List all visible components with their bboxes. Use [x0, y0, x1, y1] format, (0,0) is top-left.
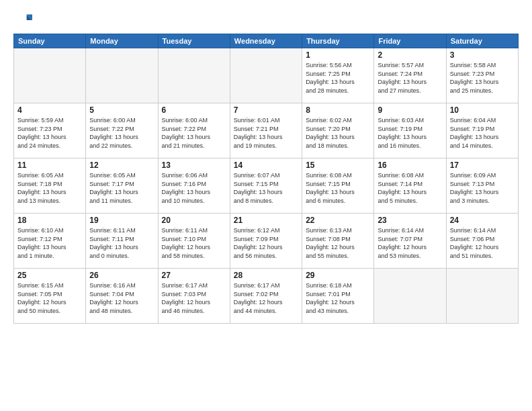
calendar-cell: 6Sunrise: 6:00 AM Sunset: 7:22 PM Daylig… [158, 103, 230, 158]
calendar-cell: 7Sunrise: 6:01 AM Sunset: 7:21 PM Daylig… [230, 103, 302, 158]
calendar-day-header: Monday [86, 34, 158, 48]
calendar-cell: 21Sunrise: 6:12 AM Sunset: 7:09 PM Dayli… [230, 214, 302, 269]
day-number: 1 [306, 50, 370, 60]
calendar-cell: 15Sunrise: 6:08 AM Sunset: 7:15 PM Dayli… [302, 158, 374, 214]
calendar-day-header: Friday [374, 34, 446, 48]
day-number: 19 [89, 216, 154, 225]
day-info: Sunrise: 6:11 AM Sunset: 7:10 PM Dayligh… [162, 226, 226, 260]
calendar-table: SundayMondayTuesdayWednesdayThursdayFrid… [13, 34, 519, 324]
day-number: 2 [378, 50, 442, 60]
day-number: 22 [306, 216, 370, 225]
day-info: Sunrise: 6:04 AM Sunset: 7:19 PM Dayligh… [450, 116, 515, 150]
calendar-cell: 24Sunrise: 6:14 AM Sunset: 7:06 PM Dayli… [446, 214, 518, 269]
day-info: Sunrise: 6:17 AM Sunset: 7:03 PM Dayligh… [162, 281, 226, 315]
day-info: Sunrise: 6:08 AM Sunset: 7:15 PM Dayligh… [306, 171, 370, 205]
calendar-cell: 3Sunrise: 5:58 AM Sunset: 7:23 PM Daylig… [446, 48, 518, 103]
header [13, 11, 519, 30]
day-info: Sunrise: 6:00 AM Sunset: 7:22 PM Dayligh… [89, 116, 154, 150]
calendar-cell: 10Sunrise: 6:04 AM Sunset: 7:19 PM Dayli… [446, 103, 518, 158]
day-number: 12 [89, 161, 154, 170]
day-info: Sunrise: 6:17 AM Sunset: 7:02 PM Dayligh… [234, 281, 298, 315]
day-info: Sunrise: 6:07 AM Sunset: 7:15 PM Dayligh… [234, 171, 298, 205]
day-number: 24 [450, 216, 515, 225]
day-number: 18 [17, 216, 82, 225]
day-info: Sunrise: 6:08 AM Sunset: 7:14 PM Dayligh… [378, 171, 442, 205]
calendar-cell: 25Sunrise: 6:15 AM Sunset: 7:05 PM Dayli… [14, 269, 86, 324]
day-info: Sunrise: 6:18 AM Sunset: 7:01 PM Dayligh… [306, 281, 370, 315]
day-info: Sunrise: 5:57 AM Sunset: 7:24 PM Dayligh… [378, 61, 442, 95]
calendar-cell: 29Sunrise: 6:18 AM Sunset: 7:01 PM Dayli… [302, 269, 374, 324]
calendar-cell: 13Sunrise: 6:06 AM Sunset: 7:16 PM Dayli… [158, 158, 230, 214]
calendar-header-row: SundayMondayTuesdayWednesdayThursdayFrid… [14, 34, 519, 48]
day-info: Sunrise: 5:58 AM Sunset: 7:23 PM Dayligh… [450, 61, 515, 95]
day-info: Sunrise: 6:12 AM Sunset: 7:09 PM Dayligh… [234, 226, 298, 260]
calendar-cell: 19Sunrise: 6:11 AM Sunset: 7:11 PM Dayli… [86, 214, 158, 269]
day-number: 9 [378, 105, 442, 115]
day-info: Sunrise: 6:14 AM Sunset: 7:06 PM Dayligh… [450, 226, 515, 260]
day-number: 23 [378, 216, 442, 225]
day-number: 3 [450, 50, 515, 60]
calendar-week-row: 25Sunrise: 6:15 AM Sunset: 7:05 PM Dayli… [14, 269, 519, 324]
day-number: 14 [234, 161, 298, 170]
day-number: 6 [162, 105, 226, 115]
calendar-cell [86, 48, 158, 103]
calendar-cell: 1Sunrise: 5:56 AM Sunset: 7:25 PM Daylig… [302, 48, 374, 103]
day-number: 21 [234, 216, 298, 225]
day-number: 26 [89, 271, 154, 280]
calendar-cell: 8Sunrise: 6:02 AM Sunset: 7:20 PM Daylig… [302, 103, 374, 158]
day-info: Sunrise: 5:59 AM Sunset: 7:23 PM Dayligh… [17, 116, 82, 150]
calendar-week-row: 4Sunrise: 5:59 AM Sunset: 7:23 PM Daylig… [14, 103, 519, 158]
day-number: 10 [450, 105, 515, 115]
calendar-week-row: 18Sunrise: 6:10 AM Sunset: 7:12 PM Dayli… [14, 214, 519, 269]
calendar-week-row: 11Sunrise: 6:05 AM Sunset: 7:18 PM Dayli… [14, 158, 519, 214]
day-number: 5 [89, 105, 154, 115]
calendar-cell: 23Sunrise: 6:14 AM Sunset: 7:07 PM Dayli… [374, 214, 446, 269]
calendar-cell: 11Sunrise: 6:05 AM Sunset: 7:18 PM Dayli… [14, 158, 86, 214]
day-info: Sunrise: 6:03 AM Sunset: 7:19 PM Dayligh… [378, 116, 442, 150]
page: SundayMondayTuesdayWednesdayThursdayFrid… [0, 0, 532, 411]
day-info: Sunrise: 6:05 AM Sunset: 7:17 PM Dayligh… [89, 171, 154, 205]
day-number: 7 [234, 105, 298, 115]
day-info: Sunrise: 6:16 AM Sunset: 7:04 PM Dayligh… [89, 281, 154, 315]
calendar-cell: 22Sunrise: 6:13 AM Sunset: 7:08 PM Dayli… [302, 214, 374, 269]
day-number: 16 [378, 161, 442, 170]
day-info: Sunrise: 5:56 AM Sunset: 7:25 PM Dayligh… [306, 61, 370, 95]
calendar-cell: 2Sunrise: 5:57 AM Sunset: 7:24 PM Daylig… [374, 48, 446, 103]
calendar-day-header: Tuesday [158, 34, 230, 48]
day-number: 11 [17, 161, 82, 170]
day-number: 8 [306, 105, 370, 115]
calendar-cell: 16Sunrise: 6:08 AM Sunset: 7:14 PM Dayli… [374, 158, 446, 214]
calendar-cell: 12Sunrise: 6:05 AM Sunset: 7:17 PM Dayli… [86, 158, 158, 214]
logo [13, 11, 35, 30]
calendar-cell [374, 269, 446, 324]
calendar-cell [446, 269, 518, 324]
day-info: Sunrise: 6:09 AM Sunset: 7:13 PM Dayligh… [450, 171, 515, 205]
day-info: Sunrise: 6:05 AM Sunset: 7:18 PM Dayligh… [17, 171, 82, 205]
day-number: 4 [17, 105, 82, 115]
day-info: Sunrise: 6:02 AM Sunset: 7:20 PM Dayligh… [306, 116, 370, 150]
calendar-cell: 9Sunrise: 6:03 AM Sunset: 7:19 PM Daylig… [374, 103, 446, 158]
day-info: Sunrise: 6:10 AM Sunset: 7:12 PM Dayligh… [17, 226, 82, 260]
calendar-cell: 17Sunrise: 6:09 AM Sunset: 7:13 PM Dayli… [446, 158, 518, 214]
logo-icon [13, 11, 32, 30]
day-number: 25 [17, 271, 82, 280]
calendar-cell: 20Sunrise: 6:11 AM Sunset: 7:10 PM Dayli… [158, 214, 230, 269]
calendar-day-header: Wednesday [230, 34, 302, 48]
day-number: 29 [306, 271, 370, 280]
day-number: 17 [450, 161, 515, 170]
calendar-cell: 4Sunrise: 5:59 AM Sunset: 7:23 PM Daylig… [14, 103, 86, 158]
day-number: 15 [306, 161, 370, 170]
day-info: Sunrise: 6:14 AM Sunset: 7:07 PM Dayligh… [378, 226, 442, 260]
day-info: Sunrise: 6:06 AM Sunset: 7:16 PM Dayligh… [162, 171, 226, 205]
calendar-day-header: Thursday [302, 34, 374, 48]
calendar-cell: 18Sunrise: 6:10 AM Sunset: 7:12 PM Dayli… [14, 214, 86, 269]
day-info: Sunrise: 6:01 AM Sunset: 7:21 PM Dayligh… [234, 116, 298, 150]
calendar-day-header: Saturday [446, 34, 518, 48]
day-number: 27 [162, 271, 226, 280]
calendar-cell: 5Sunrise: 6:00 AM Sunset: 7:22 PM Daylig… [86, 103, 158, 158]
calendar-cell [158, 48, 230, 103]
day-number: 28 [234, 271, 298, 280]
day-info: Sunrise: 6:00 AM Sunset: 7:22 PM Dayligh… [162, 116, 226, 150]
calendar-week-row: 1Sunrise: 5:56 AM Sunset: 7:25 PM Daylig… [14, 48, 519, 103]
day-info: Sunrise: 6:11 AM Sunset: 7:11 PM Dayligh… [89, 226, 154, 260]
